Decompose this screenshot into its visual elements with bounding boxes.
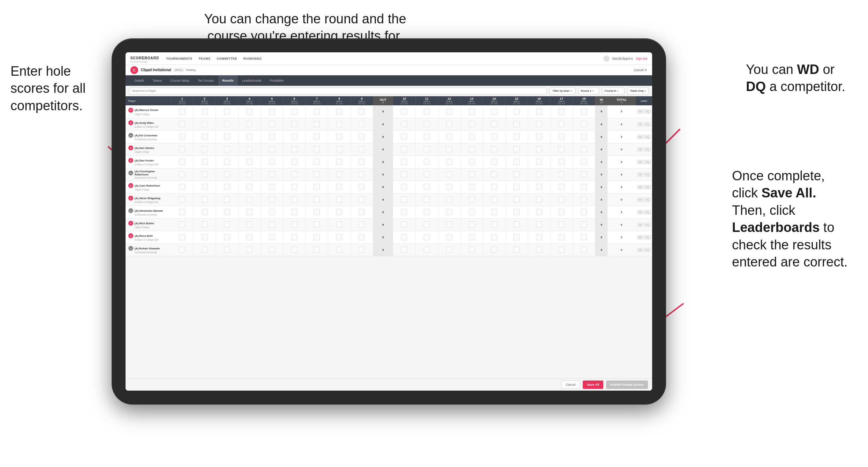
hole-2-score[interactable] [193,231,216,243]
hole-15-score[interactable] [505,231,528,243]
hole-12-score[interactable] [438,143,460,156]
hole-3-score[interactable] [216,168,238,181]
hole-6-score[interactable] [283,130,305,143]
hole-13-score[interactable] [460,130,483,143]
hole-13-score[interactable] [460,105,483,118]
hole-11-score[interactable] [416,231,438,243]
hole-16-score[interactable] [528,105,550,118]
hole-11-score[interactable] [416,156,438,168]
hole-18-score[interactable] [573,130,595,143]
hole-15-score[interactable] [505,168,528,181]
hole-17-score[interactable] [550,118,573,130]
hole-12-score[interactable] [438,206,460,218]
hole-10-score[interactable] [393,156,415,168]
hole-2-score[interactable] [193,243,216,256]
hole-18-score[interactable] [573,156,595,168]
hole-13-score[interactable] [460,156,483,168]
hole-17-score[interactable] [550,168,573,181]
hole-10-score[interactable] [393,105,415,118]
dq-button[interactable]: DQ [644,160,651,164]
hole-2-score[interactable] [193,118,216,130]
hole-9-score[interactable] [350,105,373,118]
tab-details[interactable]: Details [130,75,149,86]
hole-3-score[interactable] [216,130,238,143]
hole-3-score[interactable] [216,105,238,118]
dq-button[interactable]: DQ [644,198,651,202]
hole-7-score[interactable] [305,193,328,206]
hole-2-score[interactable] [193,218,216,231]
hole-17-score[interactable] [550,243,573,256]
dq-button[interactable]: DQ [644,173,651,176]
hole-1-score[interactable] [171,206,193,218]
hole-11-score[interactable] [416,130,438,143]
hole-7-score[interactable] [305,181,328,193]
hole-8-score[interactable] [328,118,350,130]
hole-8-score[interactable] [328,156,350,168]
hole-17-score[interactable] [550,156,573,168]
hole-4-score[interactable] [238,206,261,218]
hole-1-score[interactable] [171,168,193,181]
hole-12-score[interactable] [438,118,460,130]
hole-8-score[interactable] [328,218,350,231]
hole-9-score[interactable] [350,193,373,206]
hole-6-score[interactable] [283,168,305,181]
cancel-button[interactable]: Cancel ✕ [634,68,647,72]
hole-4-score[interactable] [238,193,261,206]
hole-8-score[interactable] [328,168,350,181]
hole-5-score[interactable] [261,206,283,218]
hole-7-score[interactable] [305,130,328,143]
hole-10-score[interactable] [393,193,415,206]
hole-13-score[interactable] [460,206,483,218]
hole-2-score[interactable] [193,156,216,168]
hole-4-score[interactable] [238,156,261,168]
hole-10-score[interactable] [393,231,415,243]
nav-teams[interactable]: TEAMS [199,57,211,60]
hole-11-score[interactable] [416,181,438,193]
hole-17-score[interactable] [550,206,573,218]
hole-1-score[interactable] [171,143,193,156]
hole-18-score[interactable] [573,143,595,156]
hole-16-score[interactable] [528,193,550,206]
hole-11-score[interactable] [416,243,438,256]
wd-button[interactable]: WD [637,210,644,214]
hole-14-score[interactable] [483,118,505,130]
hole-12-score[interactable] [438,168,460,181]
hole-14-score[interactable] [483,206,505,218]
hole-8-score[interactable] [328,105,350,118]
hole-10-score[interactable] [393,218,415,231]
hole-7-score[interactable] [305,156,328,168]
hole-17-score[interactable] [550,231,573,243]
hole-6-score[interactable] [283,193,305,206]
hole-16-score[interactable] [528,130,550,143]
hole-8-score[interactable] [328,206,350,218]
hole-5-score[interactable] [261,105,283,118]
hole-13-score[interactable] [460,143,483,156]
hole-14-score[interactable] [483,193,505,206]
hole-9-score[interactable] [350,181,373,193]
hole-5-score[interactable] [261,218,283,231]
hole-8-score[interactable] [328,231,350,243]
hole-4-score[interactable] [238,143,261,156]
hole-11-score[interactable] [416,118,438,130]
hole-5-score[interactable] [261,168,283,181]
hole-18-score[interactable] [573,168,595,181]
nav-tournaments[interactable]: TOURNAMENTS [166,57,192,60]
hole-17-score[interactable] [550,218,573,231]
hole-9-score[interactable] [350,218,373,231]
hole-18-score[interactable] [573,181,595,193]
hole-14-score[interactable] [483,218,505,231]
hole-3-score[interactable] [216,231,238,243]
hole-16-score[interactable] [528,168,550,181]
hole-7-score[interactable] [305,118,328,130]
hole-14-score[interactable] [483,156,505,168]
hole-3-score[interactable] [216,193,238,206]
hole-16-score[interactable] [528,231,550,243]
hole-18-score[interactable] [573,218,595,231]
hole-15-score[interactable] [505,118,528,130]
hole-7-score[interactable] [305,231,328,243]
hole-14-score[interactable] [483,105,505,118]
hole-1-score[interactable] [171,243,193,256]
dq-button[interactable]: DQ [644,248,651,252]
hole-18-score[interactable] [573,243,595,256]
hole-4-score[interactable] [238,105,261,118]
